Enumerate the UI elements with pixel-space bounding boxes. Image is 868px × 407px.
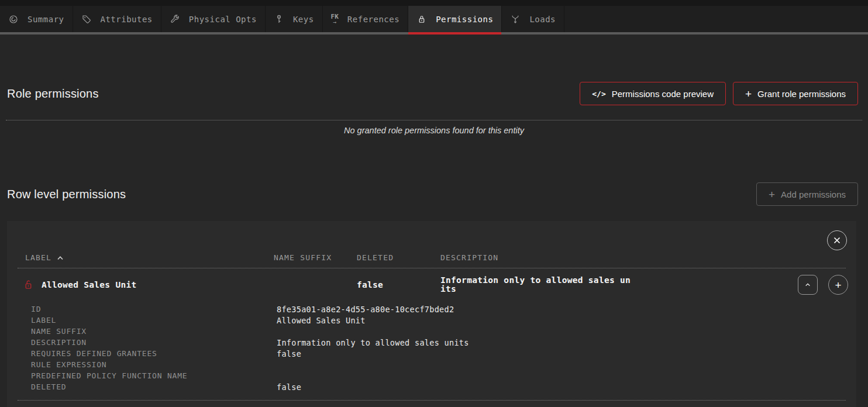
entity-tab-bar: Summary Attributes Physical Opts Keys FK [0,6,868,32]
permissions-page: Role permissions </> Permissions code pr… [0,82,868,407]
table-row[interactable]: Allowed Sales Unit false Information onl… [7,268,856,296]
permissions-table-header: LABEL NAME SUFFIX DELETED DESCRIPTION [7,253,856,262]
tab-label: Keys [293,15,314,24]
chevron-up-icon [803,280,812,289]
detail-row-id: ID 8fe35a01-a8e2-4d55-a80e-10cecf7bded2 [7,303,856,315]
tab-references[interactable]: FK → References [323,6,409,32]
row-label-cell: Allowed Sales Unit [23,279,274,291]
open-lock-icon [23,279,33,291]
code-icon: </> [592,89,605,98]
tab-loads[interactable]: Loads [502,6,564,32]
foreign-key-icon: FK → [331,13,339,25]
detail-row-description: DESCRIPTION Information only to allowed … [7,337,856,348]
row-level-permissions-panel: LABEL NAME SUFFIX DELETED DESCRIPTION [7,221,856,407]
sort-ascending-icon [57,256,64,260]
row-detail-list: ID 8fe35a01-a8e2-4d55-a80e-10cecf7bded2 … [7,303,856,392]
collapse-row-button[interactable] [798,275,818,295]
row-actions: + [772,275,848,295]
role-permissions-title: Role permissions [7,87,99,101]
row-description: Information only to allowed sales units [440,276,635,294]
row-deleted: false [357,280,440,289]
wrench-icon [170,14,180,25]
tab-attributes[interactable]: Attributes [73,6,161,32]
window-top-strip [0,0,868,6]
detail-row-name-suffix: NAME SUFFIX [7,326,856,337]
detail-row-requires-defined-grantees: REQUIRES DEFINED GRANTEES false [7,348,856,359]
column-header-label[interactable]: LABEL [25,253,274,262]
tag-icon [81,14,92,25]
key-icon [274,14,284,25]
row-level-permissions-header: Row level permissions + Add permissions [0,182,868,206]
add-permissions-button[interactable]: + Add permissions [756,182,858,206]
tab-label: Attributes [101,15,153,24]
tab-permissions[interactable]: Permissions [408,6,502,32]
column-header-description[interactable]: DESCRIPTION [440,253,772,262]
tab-physical-opts[interactable]: Physical Opts [161,6,266,32]
plus-icon: + [835,280,841,291]
detail-row-rule-expression: RULE EXPRESSION [7,359,856,370]
tab-label: Loads [529,15,556,24]
close-icon [833,236,841,244]
grant-role-permissions-button[interactable]: + Grant role permissions [733,82,858,105]
row-level-permissions-actions: + Add permissions [756,182,858,206]
plus-icon: + [769,189,775,200]
section-divider [6,120,862,120]
tab-label: Physical Opts [189,15,257,24]
lock-icon [416,14,427,25]
empty-role-permissions-message: No granted role permissions found for th… [0,126,868,135]
target-icon [8,14,19,25]
merge-icon [510,14,521,25]
tab-label: References [347,15,399,24]
detail-row-label: LABEL Allowed Sales Unit [7,315,856,326]
row-label: Allowed Sales Unit [42,280,137,289]
permissions-code-preview-button[interactable]: </> Permissions code preview [580,82,726,105]
detail-row-deleted: DELETED false [7,381,856,392]
tab-summary[interactable]: Summary [0,6,73,32]
detail-row-predefined-policy-function-name: PREDEFINED POLICY FUNCTION NAME [7,370,856,381]
role-permissions-actions: </> Permissions code preview + Grant rol… [580,82,858,105]
add-row-detail-button[interactable]: + [828,275,848,295]
row-bottom-divider [18,400,846,401]
tab-label: Summary [27,15,64,24]
plus-icon: + [745,88,752,99]
tab-keys[interactable]: Keys [266,6,323,32]
close-panel-button[interactable] [827,230,847,250]
role-permissions-header: Role permissions </> Permissions code pr… [0,82,868,105]
row-level-permissions-title: Row level permissions [7,188,126,201]
column-header-name-suffix[interactable]: NAME SUFFIX [274,253,357,262]
tab-label: Permissions [436,15,493,24]
column-header-deleted[interactable]: DELETED [357,253,440,262]
